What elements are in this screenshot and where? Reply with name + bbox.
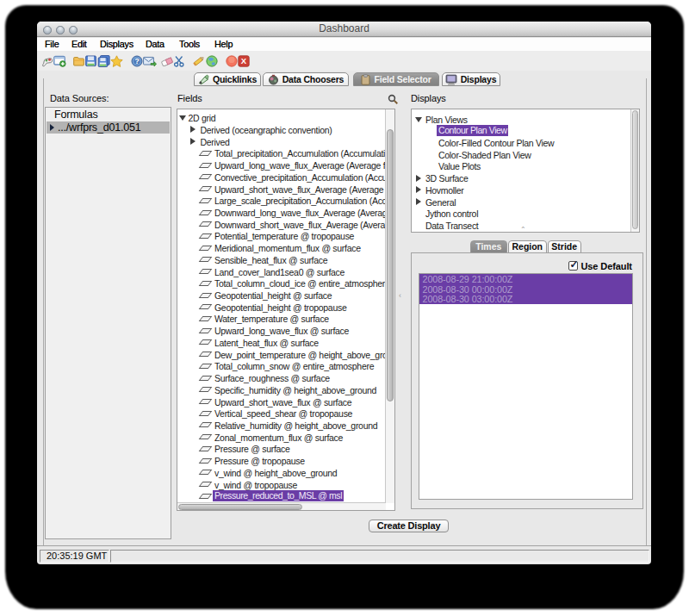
svg-text:?: ? [134, 57, 139, 65]
svg-text:X: X [241, 56, 247, 65]
